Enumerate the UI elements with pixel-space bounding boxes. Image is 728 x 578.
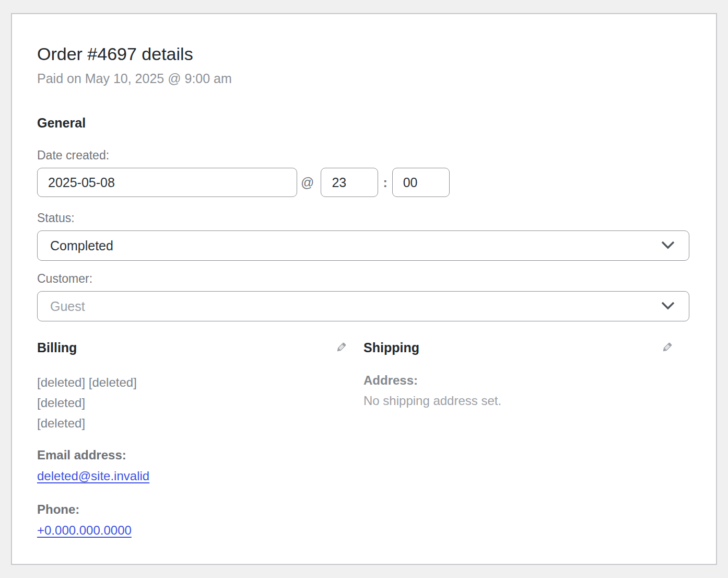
- at-separator: @: [301, 175, 314, 190]
- status-select-value: Completed: [50, 238, 113, 253]
- date-created-row: @ :: [37, 168, 691, 197]
- general-section-heading: General: [37, 115, 691, 131]
- billing-column: Billing [deleted] [deleted] [deleted] [d…: [37, 339, 349, 538]
- email-address-label: Email address:: [37, 448, 349, 463]
- billing-heading: Billing: [37, 339, 77, 356]
- billing-edit-button[interactable]: [334, 340, 349, 355]
- chevron-down-icon: [661, 240, 675, 251]
- phone-link[interactable]: +0.000.000.0000: [37, 523, 132, 538]
- billing-shipping-columns: Billing [deleted] [deleted] [deleted] [d…: [37, 339, 691, 538]
- colon-separator: :: [383, 175, 387, 190]
- email-link[interactable]: deleted@site.invalid: [37, 469, 149, 483]
- shipping-address-label: Address:: [363, 373, 675, 388]
- shipping-heading: Shipping: [363, 339, 419, 356]
- date-created-input[interactable]: [37, 168, 297, 197]
- shipping-edit-button[interactable]: [660, 340, 675, 355]
- billing-address-line: [deleted]: [37, 413, 349, 433]
- customer-select-value: Guest: [50, 299, 85, 314]
- date-created-label: Date created:: [37, 148, 691, 163]
- shipping-header: Shipping: [363, 339, 675, 356]
- pencil-icon: [335, 341, 348, 355]
- shipping-address-value: No shipping address set.: [363, 394, 675, 408]
- status-select[interactable]: Completed: [37, 230, 689, 261]
- customer-label: Customer:: [37, 271, 691, 286]
- paid-date-subtitle: Paid on May 10, 2025 @ 9:00 am: [37, 70, 691, 87]
- billing-address: [deleted] [deleted] [deleted] [deleted]: [37, 372, 349, 433]
- status-label: Status:: [37, 211, 691, 225]
- customer-select[interactable]: Guest: [37, 291, 689, 321]
- order-details-content: Order #4697 details Paid on May 10, 2025…: [12, 14, 716, 538]
- hour-input[interactable]: [321, 168, 378, 197]
- pencil-icon: [661, 341, 674, 355]
- order-details-panel: Order #4697 details Paid on May 10, 2025…: [11, 13, 717, 565]
- billing-header: Billing: [37, 339, 349, 356]
- minute-input[interactable]: [392, 168, 450, 197]
- chevron-down-icon: [661, 301, 675, 312]
- phone-label: Phone:: [37, 502, 349, 517]
- page-title: Order #4697 details: [37, 43, 691, 65]
- billing-address-line: [deleted]: [37, 392, 349, 413]
- billing-address-line: [deleted] [deleted]: [37, 372, 349, 392]
- shipping-column: Shipping Address: No shipping address se…: [363, 339, 675, 538]
